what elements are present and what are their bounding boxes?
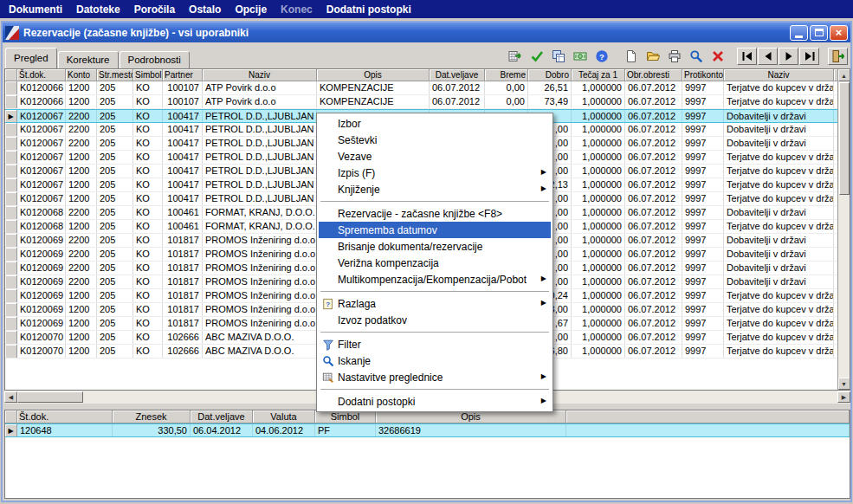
bottom-grid-col-2[interactable]: Dat.veljave — [191, 410, 253, 423]
grid-cell: PROMOS Inženiring d.o.o — [203, 275, 317, 288]
scroll-up-icon[interactable]: ▲ — [838, 69, 850, 81]
tab-korekture[interactable]: Korekture — [58, 51, 119, 68]
open-folder-button[interactable] — [643, 47, 663, 66]
grid-export-button[interactable] — [505, 47, 526, 66]
grid-cell: 2200 — [66, 234, 97, 247]
scroll-down-icon[interactable]: ▼ — [838, 378, 850, 390]
grid-cell: 9997 — [682, 275, 724, 288]
titlebar[interactable]: Rezervacije (začasne knjižbe) - vsi upor… — [3, 23, 850, 42]
tab-pregled[interactable]: Pregled — [5, 48, 57, 68]
menu-item-razlaga[interactable]: ?Razlaga▶ — [319, 295, 551, 312]
menu-item-brisanje-dokumenta-rezervacije[interactable]: Brisanje dokumenta/rezervacije — [319, 238, 551, 255]
minimize-button[interactable] — [790, 25, 808, 41]
grid-cell: 1,000000 — [572, 345, 625, 358]
menubar-item-datoteke[interactable]: Datoteke — [69, 1, 127, 18]
last-record-icon — [803, 49, 817, 63]
grid-cell: Terjatve do kupcev v državi — [724, 317, 834, 330]
menu-item-sprememba-datumov[interactable]: Sprememba datumov — [319, 222, 551, 238]
bottom-grid-col-4[interactable]: Simbol — [315, 410, 376, 423]
menubar-item-dokumenti[interactable]: Dokumenti — [2, 1, 69, 18]
bottom-grid-row[interactable]: ▶120648330,5006.04.201204.06.2012PF32686… — [5, 423, 850, 437]
main-grid-col-13[interactable]: Naziv — [724, 69, 834, 81]
main-grid-col-12[interactable]: Protikonto — [682, 69, 724, 81]
delete-button[interactable] — [708, 47, 728, 66]
new-document-button[interactable] — [621, 47, 642, 66]
menu-item-izbor[interactable]: Izbor — [319, 115, 551, 132]
previous-record-button[interactable] — [758, 48, 778, 65]
search-icon — [319, 355, 338, 367]
grid-cell: 1,000000 — [572, 151, 625, 164]
main-grid-col-10[interactable]: Tečaj za 1 — [572, 69, 625, 81]
scroll-left-icon[interactable]: ◀ — [4, 391, 17, 403]
hscroll-thumb[interactable] — [17, 391, 83, 403]
money-button[interactable] — [570, 47, 591, 66]
grid-cell: Dobavitelji v državi — [724, 275, 834, 288]
bottom-grid-col-1[interactable]: Znesek — [113, 410, 191, 423]
scroll-right-icon[interactable]: ▶ — [837, 391, 850, 403]
last-record-button[interactable] — [799, 48, 819, 65]
close-button[interactable]: × — [830, 25, 848, 41]
menubar-item-konec[interactable]: Konec — [274, 1, 320, 18]
menu-item-dodatni-postopki[interactable]: Dodatni postopki▶ — [319, 393, 551, 410]
tab-podrobnosti[interactable]: Podrobnosti — [120, 51, 190, 68]
main-grid-col-0[interactable]: Št.dok. — [17, 69, 66, 81]
grid-cell: 205 — [97, 192, 133, 205]
menu-item-multikompenzacija-ekompenzacija-pobot[interactable]: Multikompenzacija/Ekompenzacija/Pobot▶ — [319, 271, 551, 288]
menubar-item-ostalo[interactable]: Ostalo — [182, 1, 228, 18]
main-grid-col-4[interactable]: Partner — [163, 69, 203, 81]
row-marker — [5, 220, 17, 233]
grid-cell: K0120067 — [17, 137, 66, 150]
menu-separator — [320, 201, 549, 202]
grid-cell: 9997 — [682, 220, 724, 233]
exit-button[interactable] — [828, 48, 848, 65]
menubar-item-poro-ila[interactable]: Poročila — [127, 1, 182, 18]
grid-cell: KO — [133, 110, 163, 122]
main-grid-col-7[interactable]: Dat.veljave — [430, 69, 485, 81]
grid-cell: 205 — [97, 234, 133, 247]
main-grid-col-9[interactable]: Dobro — [528, 69, 572, 81]
menubar-item-dodatni-postopki[interactable]: Dodatni postopki — [320, 1, 418, 18]
main-grid-col-6[interactable]: Opis — [317, 69, 430, 81]
grid-cell: PETROL D.D.,LJUBLJAN — [203, 123, 317, 136]
menu-item-rezervacije-za-asne-knji-be-f8[interactable]: Rezervacije - začasne knjižbe <F8> — [319, 205, 551, 222]
bottom-grid-col-5[interactable]: Opis — [376, 410, 566, 423]
main-grid-row[interactable]: K01200661200205KO100107ATP Povirk d.o.oK… — [5, 95, 837, 109]
main-grid-row[interactable]: K01200661200205KO100107ATP Povirk d.o.oK… — [5, 81, 837, 95]
menu-item-izvoz-podatkov[interactable]: Izvoz podatkov — [319, 312, 551, 328]
menubar-item-opcije[interactable]: Opcije — [228, 1, 274, 18]
main-grid-col-2[interactable]: Str.mesto — [97, 69, 133, 81]
grid-cell: 1,000000 — [572, 317, 625, 330]
grid-cell: 1200 — [66, 345, 97, 358]
menu-item-nastavitve-preglednice[interactable]: Nastavitve preglednice▶ — [319, 369, 551, 385]
bottom-grid-col-0[interactable]: Št.dok. — [17, 410, 113, 423]
next-record-button[interactable] — [779, 48, 798, 65]
copy-grid-button[interactable] — [548, 47, 569, 66]
maximize-button[interactable] — [810, 25, 828, 41]
delete-icon — [711, 49, 725, 63]
grid-cell: 205 — [97, 248, 133, 261]
print-button[interactable] — [664, 47, 685, 66]
main-grid-col-5[interactable]: Naziv — [203, 69, 317, 81]
menu-item-filter[interactable]: Filter — [319, 336, 551, 352]
main-grid-col-3[interactable]: Simbol — [133, 69, 163, 81]
grid-cell: K0120067 — [17, 192, 66, 205]
menu-item-knji-enje[interactable]: Knjiženje▶ — [319, 181, 551, 197]
vscroll-thumb[interactable] — [839, 82, 850, 195]
menu-item-izpis-f[interactable]: Izpis (F)▶ — [319, 165, 551, 181]
main-grid-col-11[interactable]: Obr.obresti — [625, 69, 682, 81]
menu-item-veri-na-kompenzacija[interactable]: Verižna kompenzacija — [319, 255, 551, 271]
first-record-button[interactable] — [737, 48, 757, 65]
menu-item-vezave[interactable]: Vezave — [319, 148, 551, 165]
search-button[interactable] — [686, 47, 707, 66]
confirm-button[interactable] — [527, 47, 547, 66]
main-grid-col-8[interactable]: Breme — [485, 69, 528, 81]
bottom-grid-col-3[interactable]: Valuta — [253, 410, 315, 423]
main-grid-vscrollbar[interactable]: ▲ ▼ — [837, 69, 850, 390]
menu-item-se-tevki[interactable]: Seštevki — [319, 132, 551, 148]
menu-item-iskanje[interactable]: Iskanje — [319, 352, 551, 369]
main-grid-col-1[interactable]: Konto — [66, 69, 97, 81]
help-button[interactable]: ? — [591, 47, 612, 66]
row-marker — [5, 262, 17, 275]
menubar: DokumentiDatotekePoročilaOstaloOpcijeKon… — [0, 0, 853, 18]
grid-cell: KOMPENZACIJE — [317, 95, 430, 108]
